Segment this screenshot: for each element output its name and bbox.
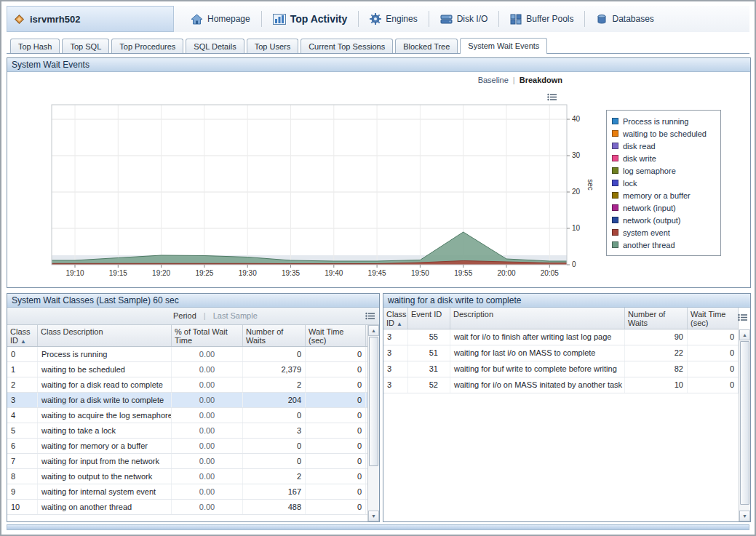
tab-top-users[interactable]: Top Users (247, 39, 299, 53)
legend-swatch (612, 118, 618, 124)
period-value[interactable]: Last Sample (213, 311, 258, 320)
nav-disk-i-o[interactable]: Disk I/O (438, 14, 490, 25)
column-header-class-id[interactable]: Class ID ▲ (383, 308, 408, 329)
legend-item-memory-or-a-buffer: memory or a buffer (612, 189, 715, 201)
scroll-down-button[interactable]: ▼ (739, 511, 750, 521)
cell-event-id: 31 (408, 361, 450, 377)
table-row[interactable]: 352waiting for i/o on MASS initated by a… (383, 377, 739, 393)
table-row[interactable]: 10waiting on another thread0.004880 (7, 500, 367, 515)
tab-current-top-sessions[interactable]: Current Top Sessions (301, 39, 393, 53)
column-header-class-id[interactable]: Class ID ▲ (7, 325, 38, 346)
column-header-event-id[interactable]: Event ID (408, 308, 450, 329)
wait-events-detail-panel: waiting for a disk write to complete Cla… (383, 293, 751, 522)
view-link-breakdown[interactable]: Breakdown (520, 76, 562, 84)
nav-engines[interactable]: Engines (367, 13, 419, 25)
cell-pct: 0.00 (172, 439, 243, 453)
sort-asc-icon: ▲ (20, 338, 26, 345)
view-link-baseline[interactable]: Baseline (478, 76, 509, 84)
nav-buffer-pools[interactable]: Buffer Pools (508, 14, 576, 25)
nav-label: Databases (612, 14, 653, 24)
table-row[interactable]: 2waiting for a disk read to complete0.00… (7, 377, 367, 393)
legend-swatch (612, 217, 618, 223)
table-row[interactable]: 4waiting to acquire the log semaphore0.0… (7, 408, 367, 423)
cell-description: waiting for i/o on MASS initated by anot… (450, 377, 625, 393)
table-row[interactable]: 0Process is running0.0000 (7, 347, 367, 362)
legend-item-system-event: system event (612, 226, 715, 239)
cell-description: waiting to acquire the log semaphore (38, 408, 172, 423)
column-header-number-of-waits[interactable]: Number of Waits (625, 308, 688, 329)
table-row[interactable]: 8waiting to output to the network0.0020 (7, 469, 367, 484)
legend-item-lock: lock (612, 177, 715, 189)
column-header-of-total-wait-time[interactable]: % of Total Wait Time (172, 325, 243, 346)
column-header-number-of-waits[interactable]: Number of Waits (243, 325, 306, 346)
legend-item-disk-write: disk write (612, 152, 715, 164)
legend-label: disk read (623, 142, 656, 151)
table-row[interactable]: 331waiting for buf write to complete bef… (383, 361, 739, 377)
svg-text:19:35: 19:35 (282, 269, 300, 277)
cell-class-id: 3 (7, 393, 38, 407)
column-header-class-description[interactable]: Class Description (38, 325, 172, 346)
svg-text:19:25: 19:25 (195, 269, 213, 277)
cell-waits: 90 (625, 329, 688, 345)
svg-text:20: 20 (572, 188, 581, 196)
legend-swatch (612, 241, 618, 248)
period-label[interactable]: Period (173, 311, 196, 320)
cell-description: waiting to output to the network (38, 469, 172, 484)
scroll-up-button[interactable]: ▲ (739, 329, 750, 340)
table-row[interactable]: 1waiting to be scheduled0.002,3790 (7, 362, 367, 377)
chart-legend: Process is runningwaiting to be schedule… (606, 110, 721, 256)
table-row[interactable]: 355wait for i/o to finish after writing … (383, 329, 739, 345)
cell-class-id: 3 (383, 361, 408, 377)
scroll-down-button[interactable]: ▼ (368, 511, 379, 521)
server-name: isrvmrh502 (30, 14, 80, 25)
grid-menu-icon[interactable] (738, 313, 748, 322)
cell-class-id: 9 (7, 484, 38, 499)
tab-blocked-tree[interactable]: Blocked Tree (395, 39, 458, 53)
cell-description: waiting for memory or a buffer (38, 439, 172, 453)
table-row[interactable]: 3waiting for a disk write to complete0.0… (7, 393, 367, 408)
svg-text:19:30: 19:30 (239, 269, 257, 277)
table-row[interactable]: 9waiting for internal system event0.0016… (7, 484, 367, 500)
table-row[interactable]: 6waiting for memory or a buffer0.0000 (7, 439, 367, 454)
tab-sql-details[interactable]: SQL Details (186, 39, 244, 53)
nav-label: Engines (386, 14, 417, 24)
cell-description: waiting for a disk read to complete (38, 377, 172, 392)
cell-wait-time: 0 (306, 469, 366, 484)
column-header-description[interactable]: Description (450, 308, 625, 329)
cell-pct: 0.00 (172, 393, 243, 407)
nav-separator (584, 11, 585, 27)
table-row[interactable]: 5waiting to take a lock0.0030 (7, 423, 367, 439)
table-row[interactable]: 7waiting for input from the network0.000… (7, 454, 367, 469)
scroll-thumb[interactable] (740, 341, 749, 505)
server-selector[interactable]: isrvmrh502 (7, 6, 174, 32)
scroll-thumb[interactable] (369, 337, 378, 466)
tab-top-sql[interactable]: Top SQL (62, 39, 109, 53)
legend-label: network (input) (623, 204, 676, 212)
vertical-scrollbar[interactable]: ▲ ▼ (367, 325, 379, 521)
nav-databases[interactable]: Databases (594, 14, 656, 25)
legend-item-another-thread: another thread (612, 239, 715, 251)
table-row[interactable]: 351waiting for last i/o on MASS to compl… (383, 345, 739, 361)
cell-class-id: 2 (7, 377, 38, 392)
nav-top-activity[interactable]: Top Activity (271, 13, 350, 25)
legend-item-network-input: network (input) (612, 201, 715, 214)
tab-system-wait-events[interactable]: System Wait Events (460, 38, 547, 54)
cell-class-id: 3 (383, 329, 408, 345)
column-header-wait-time-sec[interactable]: Wait Time (sec) (688, 308, 739, 329)
column-header-wait-time-sec[interactable]: Wait Time (sec) (306, 325, 366, 346)
legend-label: network (output) (623, 216, 680, 225)
svg-text:19:40: 19:40 (325, 269, 343, 277)
tab-top-hash[interactable]: Top Hash (10, 39, 60, 53)
scroll-up-button[interactable]: ▲ (368, 325, 379, 336)
legend-label: waiting to be scheduled (623, 129, 707, 138)
tab-top-procedures[interactable]: Top Procedures (111, 39, 183, 53)
legend-swatch (612, 155, 618, 161)
nav-separator (261, 11, 262, 27)
legend-label: lock (623, 179, 637, 188)
cell-class-id: 3 (383, 345, 408, 361)
cell-waits: 204 (243, 393, 306, 407)
nav-homepage[interactable]: Homepage (188, 14, 252, 25)
cell-pct: 0.00 (172, 484, 243, 499)
vertical-scrollbar[interactable]: ▲ ▼ (739, 329, 750, 521)
grid-menu-icon[interactable] (365, 312, 375, 321)
